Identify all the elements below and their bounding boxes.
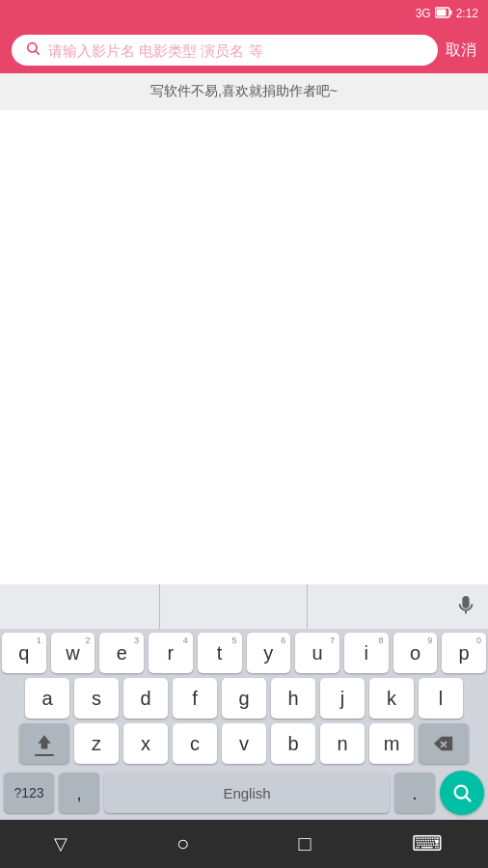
- key-u[interactable]: 7u: [295, 633, 339, 673]
- key-i[interactable]: 8i: [344, 633, 389, 673]
- key-s[interactable]: s: [74, 678, 119, 719]
- key-f[interactable]: f: [173, 678, 217, 719]
- search-icon: [25, 41, 41, 60]
- key-row-3: z x c v b n m: [2, 723, 486, 764]
- nav-keyboard-button[interactable]: ⌨: [403, 820, 451, 868]
- key-e[interactable]: 3e: [99, 633, 144, 673]
- nav-home-button[interactable]: ○: [159, 820, 207, 868]
- key-backspace[interactable]: [419, 723, 469, 764]
- svg-rect-2: [436, 9, 446, 15]
- key-a[interactable]: a: [25, 678, 69, 719]
- key-c[interactable]: c: [173, 723, 217, 764]
- svg-line-4: [36, 51, 40, 55]
- svg-line-6: [466, 797, 471, 801]
- key-k[interactable]: k: [369, 678, 414, 719]
- hint-bar: 写软件不易,喜欢就捐助作者吧~: [0, 73, 488, 110]
- signal-indicator: 3G: [416, 7, 431, 20]
- swipe-sections: [12, 584, 455, 629]
- key-space[interactable]: English: [104, 773, 390, 813]
- key-t[interactable]: 5t: [198, 633, 242, 673]
- cancel-button[interactable]: 取消: [446, 41, 476, 61]
- key-search-button[interactable]: [440, 771, 484, 815]
- key-o[interactable]: 9o: [393, 633, 438, 673]
- key-x[interactable]: x: [123, 723, 168, 764]
- key-row-1: 1q 2w 3e 4r 5t 6y 7u 8i 9o 0p: [2, 633, 486, 673]
- key-j[interactable]: j: [320, 678, 365, 719]
- nav-recent-button[interactable]: □: [281, 820, 329, 868]
- hint-text: 写软件不易,喜欢就捐助作者吧~: [150, 83, 338, 98]
- mic-button[interactable]: [455, 595, 476, 619]
- content-area: [0, 110, 488, 584]
- nav-bar: ▽ ○ □ ⌨: [0, 820, 488, 868]
- key-n[interactable]: n: [320, 723, 365, 764]
- key-b[interactable]: b: [271, 723, 315, 764]
- nav-back-button[interactable]: ▽: [37, 820, 85, 868]
- key-d[interactable]: d: [123, 678, 168, 719]
- bottom-key-row: ?123 , English .: [0, 771, 488, 820]
- search-input-container[interactable]: [12, 35, 438, 66]
- svg-rect-1: [449, 10, 451, 14]
- time-display: 2:12: [456, 7, 478, 20]
- status-icons: 3G 2:12: [416, 7, 478, 21]
- battery-icon: [435, 7, 452, 21]
- keyboard: 1q 2w 3e 4r 5t 6y 7u 8i 9o 0p a s d f g …: [0, 584, 488, 820]
- key-w[interactable]: 2w: [51, 633, 95, 673]
- swipe-section-middle[interactable]: [160, 584, 309, 629]
- key-z[interactable]: z: [74, 723, 119, 764]
- key-p[interactable]: 0p: [442, 633, 486, 673]
- key-m[interactable]: m: [369, 723, 414, 764]
- key-g[interactable]: g: [222, 678, 266, 719]
- key-comma[interactable]: ,: [59, 773, 99, 813]
- swipe-section-left[interactable]: [12, 584, 160, 629]
- key-y[interactable]: 6y: [247, 633, 291, 673]
- key-shift[interactable]: [19, 723, 69, 764]
- svg-point-3: [28, 43, 37, 52]
- swipe-section-right[interactable]: [308, 584, 455, 629]
- key-period[interactable]: .: [394, 773, 435, 813]
- key-r[interactable]: 4r: [149, 633, 193, 673]
- key-h[interactable]: h: [271, 678, 315, 719]
- search-input[interactable]: [48, 42, 424, 59]
- key-q[interactable]: 1q: [2, 633, 46, 673]
- suggestion-bar: [0, 584, 488, 629]
- key-row-2: a s d f g h j k l: [2, 678, 486, 719]
- key-num-sym[interactable]: ?123: [4, 773, 54, 813]
- svg-point-5: [455, 786, 468, 799]
- key-v[interactable]: v: [222, 723, 266, 764]
- key-rows: 1q 2w 3e 4r 5t 6y 7u 8i 9o 0p a s d f g …: [0, 629, 488, 771]
- status-bar: 3G 2:12: [0, 0, 488, 27]
- search-bar: 取消: [0, 27, 488, 73]
- key-l[interactable]: l: [419, 678, 463, 719]
